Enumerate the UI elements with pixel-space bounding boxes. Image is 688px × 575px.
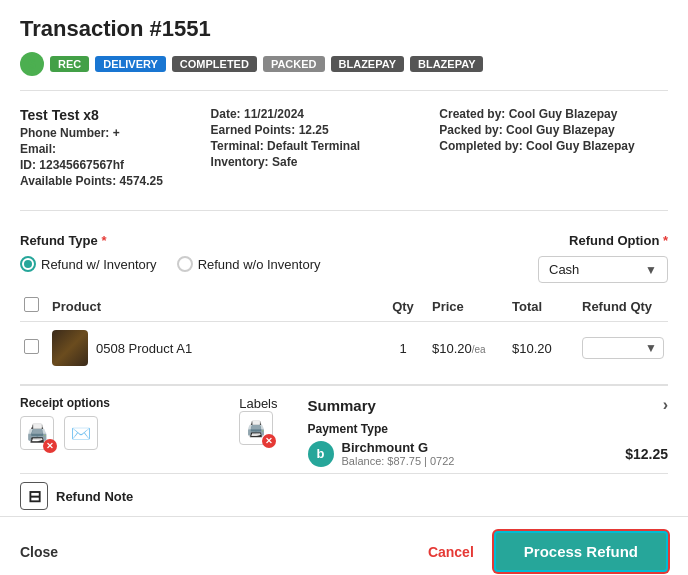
bottom-section: Receipt options 🖨️ ✕ ✉️ Labels [20, 385, 668, 473]
transaction-info: Date: 11/21/2024 Earned Points: 12.25 Te… [211, 107, 440, 190]
payment-sub: Balance: $87.75 | 0722 [342, 455, 455, 467]
payment-info: Birchmount G Balance: $87.75 | 0722 [342, 440, 455, 467]
refund-type-label: Refund Type * [20, 233, 320, 248]
page-title: Transaction #1551 [20, 16, 668, 42]
row-checkbox[interactable] [24, 339, 39, 354]
chevron-right-icon: › [663, 396, 668, 414]
badge-packed: PACKED [263, 56, 325, 72]
row-price: $10.20 [432, 341, 472, 356]
product-image [52, 330, 88, 366]
radio-without-inventory[interactable]: Refund w/o Inventory [177, 256, 321, 272]
customer-id: ID: 12345667567hf [20, 158, 211, 172]
badge-rec: REC [50, 56, 89, 72]
receipt-email-btn[interactable]: ✉️ [64, 416, 98, 450]
row-checkbox-cell [20, 322, 48, 375]
staff-completed: Completed by: Cool Guy Blazepay [439, 139, 668, 153]
badge-delivery: DELIVERY [95, 56, 166, 72]
txn-points: Earned Points: 12.25 [211, 123, 440, 137]
refund-option-value: Cash [549, 262, 579, 277]
footer-actions: Cancel Process Refund [428, 531, 668, 572]
row-refundqty-cell: ▼ [578, 322, 668, 375]
txn-inventory: Inventory: Safe [211, 155, 440, 169]
customer-phone: Phone Number: + [20, 126, 211, 140]
labels-col: Labels 🖨️ ✕ [239, 396, 277, 450]
refund-option-label: Refund Option * [538, 233, 668, 248]
col-header-product: Product [48, 291, 378, 322]
col-header-qty: Qty [378, 291, 428, 322]
labels-icons: 🖨️ ✕ [239, 411, 277, 445]
select-all-checkbox[interactable] [24, 297, 39, 312]
receipt-labels-area: Receipt options 🖨️ ✕ ✉️ Labels [20, 396, 278, 467]
customer-points: Available Points: 4574.25 [20, 174, 211, 188]
labels-title: Labels [239, 396, 277, 411]
summary-col: Summary › Payment Type b Birchmount G Ba… [278, 396, 669, 467]
payment-left: b Birchmount G Balance: $87.75 | 0722 [308, 440, 455, 467]
radio-group: Refund w/ Inventory Refund w/o Inventory [20, 256, 320, 272]
receipt-print-btn[interactable]: 🖨️ ✕ [20, 416, 54, 450]
row-product-cell: 0508 Product A1 [48, 322, 378, 375]
chevron-down-icon: ▼ [645, 263, 657, 277]
cancel-button[interactable]: Cancel [428, 544, 474, 560]
col-header-check [20, 291, 48, 322]
payment-type-label: Payment Type [308, 422, 669, 436]
staff-info: Created by: Cool Guy Blazepay Packed by:… [439, 107, 668, 190]
customer-email: Email: [20, 142, 211, 156]
radio-label-1: Refund w/ Inventory [41, 257, 157, 272]
row-total-cell: $10.20 [508, 322, 578, 375]
footer: Close Cancel Process Refund [0, 516, 688, 575]
payment-row: b Birchmount G Balance: $87.75 | 0722 $1… [308, 440, 669, 467]
col-header-price: Price [428, 291, 508, 322]
refund-note-row: ⊟ Refund Note [20, 473, 668, 516]
product-table: Product Qty Price Total Refund Qty 0508 … [20, 291, 668, 374]
refund-type-row: Refund Type * Refund w/ Inventory Refund… [20, 221, 668, 291]
radio-label-2: Refund w/o Inventory [198, 257, 321, 272]
dollar-badge: $ [20, 52, 44, 76]
bottom-left: Receipt options 🖨️ ✕ ✉️ Labels [20, 396, 278, 450]
chevron-down-icon-qty: ▼ [645, 341, 657, 355]
payment-amount: $12.25 [625, 446, 668, 462]
refund-option-block: Refund Option * Cash ▼ [538, 233, 668, 283]
table-row: 0508 Product A1 1 $10.20/ea $10.20 ▼ [20, 322, 668, 375]
close-button[interactable]: Close [20, 544, 58, 560]
summary-title: Summary [308, 397, 376, 414]
badge-blazepay-2: BLAZEPAY [410, 56, 483, 72]
summary-header[interactable]: Summary › [308, 396, 669, 414]
txn-date: Date: 11/21/2024 [211, 107, 440, 121]
badge-row: $ REC DELIVERY COMPLETED PACKED BLAZEPAY… [20, 52, 668, 76]
receipt-icons: 🖨️ ✕ ✉️ [20, 416, 191, 450]
refund-qty-select[interactable]: ▼ [582, 337, 664, 359]
radio-with-inventory[interactable]: Refund w/ Inventory [20, 256, 157, 272]
receipt-x-icon: ✕ [43, 439, 57, 453]
badge-completed: COMPLETED [172, 56, 257, 72]
customer-info: Test Test x8 Phone Number: + Email: ID: … [20, 107, 211, 190]
radio-dot-2 [177, 256, 193, 272]
process-refund-button[interactable]: Process Refund [494, 531, 668, 572]
refund-note-icon: ⊟ [20, 482, 48, 510]
staff-created: Created by: Cool Guy Blazepay [439, 107, 668, 121]
info-row: Test Test x8 Phone Number: + Email: ID: … [20, 101, 668, 200]
col-header-refundqty: Refund Qty [578, 291, 668, 322]
refund-note-label: Refund Note [56, 489, 133, 504]
badge-blazepay-1: BLAZEPAY [331, 56, 404, 72]
payment-name: Birchmount G [342, 440, 455, 455]
row-price-cell: $10.20/ea [428, 322, 508, 375]
receipt-col: Receipt options 🖨️ ✕ ✉️ [20, 396, 191, 450]
blazepay-icon: b [308, 441, 334, 467]
label-x-icon: ✕ [262, 434, 276, 448]
label-print-btn[interactable]: 🖨️ ✕ [239, 411, 273, 445]
product-name: 0508 Product A1 [96, 341, 192, 356]
receipt-title: Receipt options [20, 396, 191, 410]
row-qty-cell: 1 [378, 322, 428, 375]
refund-option-select[interactable]: Cash ▼ [538, 256, 668, 283]
txn-terminal: Terminal: Default Terminal [211, 139, 440, 153]
refund-type-block: Refund Type * Refund w/ Inventory Refund… [20, 233, 320, 272]
customer-name: Test Test x8 [20, 107, 211, 123]
row-price-unit: /ea [472, 344, 486, 355]
col-header-total: Total [508, 291, 578, 322]
radio-dot-1 [20, 256, 36, 272]
staff-packed: Packed by: Cool Guy Blazepay [439, 123, 668, 137]
